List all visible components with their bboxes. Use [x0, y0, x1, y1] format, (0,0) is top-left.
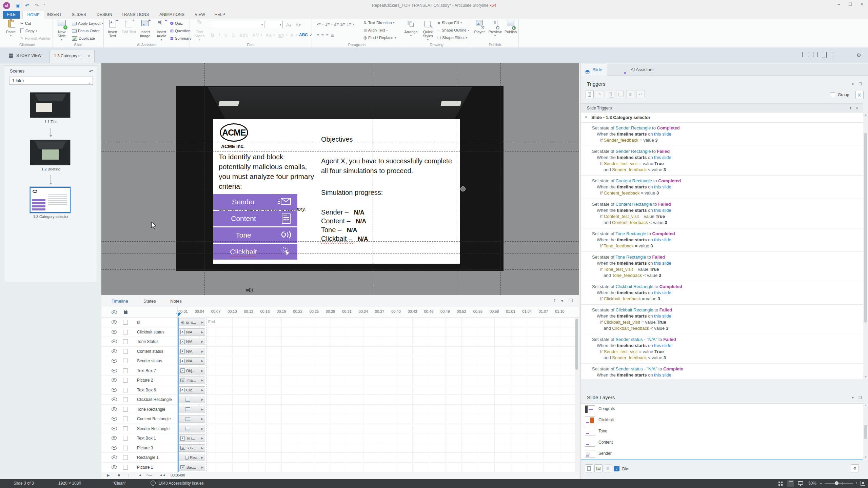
trigger-group-row[interactable]: ▼ Slide - 1.3 Category selector [581, 113, 863, 123]
accessibility-issues[interactable]: 1048 Accessibility Issues [159, 481, 204, 486]
timeline-tab-states[interactable]: States [143, 295, 156, 307]
preview-mode-icon[interactable] [798, 481, 803, 485]
visibility-eye-icon[interactable] [112, 369, 117, 372]
scene-thumb-image[interactable] [30, 92, 71, 118]
trigger-item-5[interactable]: Set state of Tone Rectangle to Completed… [581, 228, 863, 252]
triggers-scrollbar[interactable]: ▲▼ [863, 113, 868, 379]
font-format-buttons[interactable]: B I U S abc A̲V̲▾ Aa▾ a͟b͟▾ A▾ [211, 32, 297, 38]
visibility-eye-icon[interactable] [112, 455, 117, 459]
clip-expand-icon[interactable]: ▶ [201, 330, 203, 334]
desktop-view-icon[interactable] [802, 52, 809, 57]
selection-handle[interactable] [460, 186, 466, 191]
new-slide-button[interactable]: + New Slide▾ [54, 20, 70, 42]
clip-expand-icon[interactable]: ▶ [201, 359, 203, 363]
insert-image-button[interactable]: ✦ Insert Image [137, 20, 153, 38]
shape-fill-button[interactable]: ◆Shape Fill▾ [437, 19, 462, 26]
guide-line-vertical[interactable] [204, 63, 205, 295]
clip-expand-icon[interactable]: ▶ [201, 398, 203, 401]
phone-view-icon[interactable] [831, 52, 834, 57]
lock-checkbox[interactable] [123, 378, 128, 383]
trigger-item-6[interactable]: Set state of Tone Rectangle to FailedWhe… [581, 252, 863, 281]
timeline-row-content-rectangle[interactable]: Content Rectangle▶ [101, 414, 575, 424]
timeline-row-clickbait-rectangle[interactable]: Clickbait Rectangle▶ [101, 395, 575, 405]
clip-expand-icon[interactable]: ▶ [201, 446, 203, 450]
layer-row-tone[interactable]: Tone [581, 426, 863, 437]
edit-trigger-button[interactable]: ✎ [596, 90, 604, 98]
story-view-mode-icon[interactable] [778, 482, 783, 486]
guide-line-vertical[interactable] [500, 63, 501, 295]
visibility-eye-icon[interactable] [112, 417, 117, 421]
ribbon-tab-insert[interactable]: INSERT [42, 11, 66, 19]
guide-line-vertical[interactable] [456, 63, 456, 295]
timeline-row-tone-status[interactable]: Tone StatusAN/A▶ [101, 337, 575, 347]
scene-thumb-image[interactable] [30, 140, 71, 165]
ai-summary-button[interactable]: ≣Summary [170, 35, 192, 42]
guide-line-horizontal[interactable] [101, 151, 579, 152]
find-replace-button[interactable]: ◎Find / Replace▾ [363, 34, 396, 41]
visibility-eye-icon[interactable] [112, 446, 117, 450]
clip-expand-icon[interactable]: ▶ [201, 369, 203, 372]
cut-button[interactable]: ✂Cut [20, 20, 31, 27]
ribbon-tab-file[interactable]: FILE [3, 11, 20, 19]
visibility-eye-icon[interactable] [112, 427, 117, 430]
timeline-row-tone-rectangle[interactable]: Tone Rectangle▶ [101, 405, 575, 414]
clip-expand-icon[interactable]: ▶ [201, 466, 203, 469]
timeline-clip[interactable]: AN/A▶ [179, 338, 205, 345]
scene-thumb-2[interactable]: 1.2 Briefing [30, 140, 72, 171]
focus-order-button[interactable]: Focus Order [72, 27, 100, 34]
trigger-item-7[interactable]: Set state of Clickbait Rectangle to Comp… [581, 281, 863, 305]
visibility-column-icon[interactable] [112, 310, 117, 314]
timeline-zoom-in-icon[interactable]: ▲▲ [160, 473, 166, 476]
quick-styles-button[interactable]: ✎ Quick Styles▾ [420, 20, 436, 42]
lock-checkbox[interactable] [123, 349, 128, 354]
lock-checkbox[interactable] [123, 388, 128, 392]
trigger-item-3[interactable]: Set state of Content Rectangle to Comple… [581, 176, 863, 199]
grow-font-button[interactable]: A▴ [286, 21, 291, 28]
visibility-eye-icon[interactable] [112, 407, 117, 411]
trigger-item-4[interactable]: Set state of Content Rectangle to Failed… [581, 199, 863, 228]
lock-checkbox[interactable] [123, 330, 128, 334]
shrink-font-button[interactable]: A▾ [296, 21, 301, 28]
timeline-clip[interactable]: ui_s...▶ [179, 319, 205, 326]
insert-text-button[interactable]: A✦ Insert Text [104, 20, 121, 38]
clip-expand-icon[interactable]: ▶ [201, 408, 203, 411]
timeline-row-sender-rectangle[interactable]: Sender Rectangle▶ [101, 424, 575, 434]
trigger-item-8[interactable]: Set state of Clickbait Rectangle to Fail… [581, 305, 863, 334]
timeline-panel-icon[interactable]: ❐ [569, 298, 573, 303]
timeline-row-rectangle-1[interactable]: Rectangle 1Rec...▶ [101, 453, 575, 463]
category-button-sender[interactable]: Sender [213, 194, 297, 210]
duplicate-button[interactable]: Duplicate [72, 35, 95, 42]
spell-check-button[interactable]: ABC✓ [299, 32, 313, 38]
clip-expand-icon[interactable]: ▶ [201, 456, 203, 459]
ribbon-tab-design[interactable]: DESIGN [92, 11, 117, 19]
visibility-eye-icon[interactable] [112, 340, 117, 343]
copy-button[interactable]: Copy▾ [20, 27, 37, 34]
timeline-row-picture-1[interactable]: Picture 1Bac...▶ [101, 463, 575, 472]
clip-expand-icon[interactable]: ▶ [201, 321, 203, 324]
timeline-row-content-status[interactable]: Content statusAN/A▶ [101, 347, 575, 357]
preview-button[interactable]: Preview▾ [487, 20, 503, 38]
reorder-trigger-buttons[interactable]: ▲▼ [636, 90, 645, 98]
slide-view-mode-icon[interactable] [787, 480, 794, 487]
tab-ai-assistant[interactable]: ✦ AI Assistant [619, 64, 658, 76]
timeline-tab-notes[interactable]: Notes [170, 295, 182, 307]
clip-expand-icon[interactable]: ▶ [201, 417, 203, 421]
timeline-row-text-box-1[interactable]: Text Box 1ATo i...▶ [101, 433, 575, 443]
timeline-clip[interactable]: AClic...▶ [179, 386, 205, 394]
visibility-eye-icon[interactable] [112, 398, 117, 401]
format-painter-button[interactable]: ✎Format Painter [20, 35, 51, 42]
timeline-tab-timeline[interactable]: Timeline [112, 295, 128, 307]
slide-stage[interactable]: ACME ACME Inc. To identify and block pot… [101, 63, 579, 295]
timeline-export-icon[interactable]: ⤴ [553, 298, 556, 303]
audio-indicator-icon[interactable] [246, 287, 254, 293]
timeline-clip[interactable]: AN/A▶ [179, 328, 205, 336]
lock-checkbox[interactable] [123, 368, 128, 373]
layers-dropdown-icon[interactable]: ▾ [852, 395, 854, 400]
timeline-clip[interactable]: ▶ [179, 425, 205, 432]
align-text-button[interactable]: ⊟Align Text▾ [363, 27, 388, 34]
slide-content[interactable]: ACME ACME Inc. To identify and block pot… [213, 119, 460, 264]
timeline-row-ui[interactable]: uiui_s...▶ [101, 318, 575, 327]
timeline-row-text-box-7[interactable]: Text Box 7AObj...▶ [101, 366, 575, 376]
scene-select[interactable]: 1 Intro▾ [9, 77, 93, 85]
lock-checkbox[interactable] [123, 436, 128, 441]
